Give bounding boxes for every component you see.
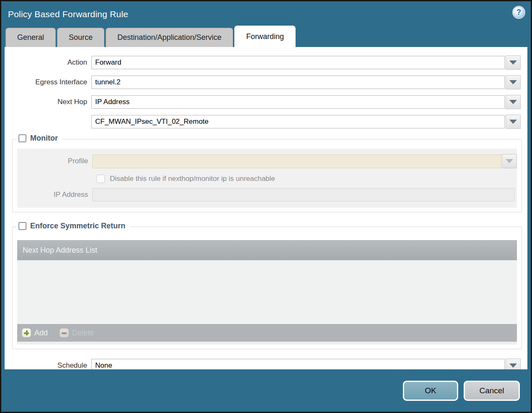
action-input[interactable] xyxy=(91,56,505,69)
minus-icon xyxy=(60,328,69,337)
schedule-dropdown-button[interactable] xyxy=(506,358,521,369)
plus-icon xyxy=(22,328,31,337)
egress-interface-dropdown-button[interactable] xyxy=(506,75,521,89)
disable-rule-row: Disable this rule if nexthop/monitor ip … xyxy=(96,175,517,183)
chevron-down-icon xyxy=(509,363,517,368)
chevron-down-icon xyxy=(509,100,517,104)
action-combo xyxy=(91,55,521,70)
next-hop-row: Next Hop xyxy=(5,95,527,109)
table-bottom-strip xyxy=(17,342,517,345)
action-row: Action xyxy=(5,55,527,70)
ok-button-label: OK xyxy=(425,386,436,395)
schedule-row: Schedule xyxy=(5,358,527,369)
monitor-ip-address-input xyxy=(92,188,515,201)
help-icon[interactable] xyxy=(513,7,524,18)
next-hop-address-list-header-label: Next Hop Address List xyxy=(23,246,97,255)
schedule-input[interactable] xyxy=(91,359,505,369)
dialog-title: Policy Based Forwarding Rule xyxy=(8,9,128,19)
schedule-combo xyxy=(91,358,521,369)
cancel-button-label: Cancel xyxy=(479,386,504,395)
dialog-titlebar: Policy Based Forwarding Rule xyxy=(1,1,531,25)
monitor-ip-address-label: IP Address xyxy=(17,191,92,199)
chevron-down-icon xyxy=(509,120,517,124)
egress-interface-label: Egress Interface xyxy=(5,78,91,86)
tab-source[interactable]: Source xyxy=(57,28,104,47)
chevron-down-icon xyxy=(509,80,517,84)
tab-destination-application-service[interactable]: Destination/Application/Service xyxy=(106,28,233,47)
next-hop-address-input[interactable] xyxy=(91,115,505,128)
cancel-button[interactable]: Cancel xyxy=(464,381,520,401)
next-hop-label: Next Hop xyxy=(5,98,91,106)
profile-input xyxy=(92,154,501,168)
monitor-panel: Profile Disable this rule if nexthop/mon… xyxy=(17,149,517,208)
chevron-down-icon xyxy=(509,60,517,65)
dialog-footer: OK Cancel xyxy=(1,369,531,412)
next-hop-address-combo xyxy=(91,115,521,129)
monitor-checkbox[interactable] xyxy=(18,134,26,142)
monitor-ip-address-row: IP Address xyxy=(17,188,517,201)
disable-rule-label: Disable this rule if nexthop/monitor ip … xyxy=(110,175,275,183)
action-dropdown-button[interactable] xyxy=(506,55,521,70)
add-button-label: Add xyxy=(34,329,48,337)
next-hop-address-list-table: Next Hop Address List Add Delete xyxy=(17,240,517,345)
symmetric-return-checkbox[interactable] xyxy=(18,222,26,230)
tab-forwarding[interactable]: Forwarding xyxy=(234,26,296,47)
symmetric-return-fieldset: Enforce Symmetric Return Next Hop Addres… xyxy=(12,227,522,349)
symmetric-return-legend-label: Enforce Symmetric Return xyxy=(30,222,125,230)
tab-destination-label: Destination/Application/Service xyxy=(117,33,221,42)
delete-button: Delete xyxy=(60,328,94,337)
egress-interface-input[interactable] xyxy=(91,76,505,89)
egress-interface-row: Egress Interface xyxy=(5,75,527,89)
tab-bar: General Source Destination/Application/S… xyxy=(1,25,531,47)
next-hop-type-input[interactable] xyxy=(91,95,505,109)
chevron-down-icon xyxy=(506,159,513,163)
next-hop-address-row xyxy=(5,115,527,129)
monitor-fieldset: Monitor Profile Disable this rule if nex… xyxy=(12,139,522,212)
monitor-legend: Monitor xyxy=(16,134,62,143)
tab-general-label: General xyxy=(17,33,44,42)
egress-interface-combo xyxy=(91,75,521,89)
next-hop-address-list-header: Next Hop Address List xyxy=(17,240,517,260)
next-hop-address-dropdown-button[interactable] xyxy=(506,115,521,129)
schedule-label: Schedule xyxy=(5,361,91,369)
action-label: Action xyxy=(5,58,91,67)
next-hop-address-list-body[interactable] xyxy=(17,260,517,324)
next-hop-dropdown-button[interactable] xyxy=(506,95,521,109)
delete-button-label: Delete xyxy=(72,329,94,337)
monitor-legend-label: Monitor xyxy=(30,134,58,143)
policy-based-forwarding-dialog: Policy Based Forwarding Rule General Sou… xyxy=(0,0,532,413)
profile-dropdown-button xyxy=(502,154,517,168)
tab-source-label: Source xyxy=(69,33,93,42)
symmetric-return-legend: Enforce Symmetric Return xyxy=(16,222,130,230)
next-hop-address-list-toolbar: Add Delete xyxy=(17,324,517,342)
disable-rule-checkbox xyxy=(96,175,105,183)
next-hop-combo xyxy=(91,95,521,109)
forwarding-tab-panel: Action Egress Interface Next Hop xyxy=(5,47,527,369)
tab-forwarding-label: Forwarding xyxy=(246,32,284,41)
profile-label: Profile xyxy=(17,157,92,165)
add-button[interactable]: Add xyxy=(22,328,48,337)
profile-row: Profile xyxy=(17,154,517,168)
tab-general[interactable]: General xyxy=(5,28,56,47)
ok-button[interactable]: OK xyxy=(403,381,458,401)
